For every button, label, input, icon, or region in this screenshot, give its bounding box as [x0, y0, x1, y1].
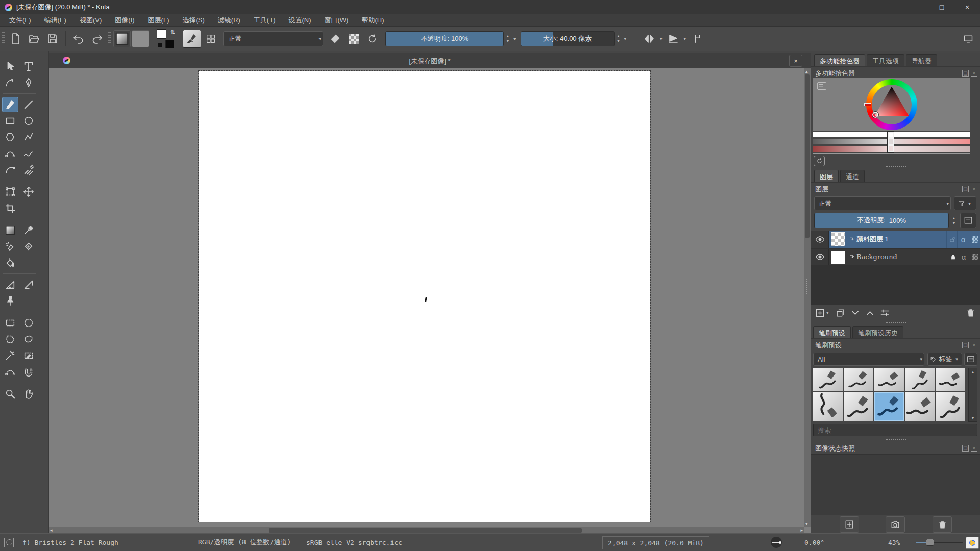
hue-ring[interactable] [866, 79, 917, 130]
save-button[interactable] [44, 30, 61, 47]
layer-alpha-lock-icon[interactable]: α [958, 249, 969, 265]
tool-colorize-mask[interactable] [2, 239, 18, 254]
size-spinner[interactable]: ▲ ▼ [615, 34, 623, 43]
spin-up-icon[interactable]: ▲ [506, 34, 510, 38]
close-docker-icon[interactable]: × [971, 70, 977, 77]
reload-preset-button[interactable] [363, 30, 381, 47]
zoom-slider-handle[interactable] [926, 539, 934, 546]
menu-item-filter[interactable]: 滤镜(R) [212, 15, 247, 26]
preset-filter-dropdown[interactable]: All ▾ [813, 353, 924, 366]
color-selector-settings-icon[interactable] [817, 82, 826, 90]
eraser-mode-button[interactable] [327, 30, 344, 47]
vertical-mirror-options-icon[interactable]: ▾ [684, 36, 687, 41]
move-layer-up-button[interactable] [865, 308, 875, 318]
tool-rectangular-select[interactable] [2, 315, 18, 331]
move-layer-down-button[interactable] [850, 308, 860, 318]
layer-row-paint-layer-1[interactable]: 颜料图层 1 α [811, 231, 980, 248]
layer-visibility-toggle[interactable] [811, 249, 829, 265]
tool-line[interactable] [20, 97, 37, 112]
menu-item-view[interactable]: 视图(V) [74, 15, 108, 26]
vertical-scrollbar[interactable]: ▴ ▾ [804, 68, 811, 527]
tool-freehand-select[interactable] [20, 332, 37, 347]
layer-inherit-alpha-icon[interactable] [969, 231, 980, 248]
layer-name[interactable]: Background [856, 249, 948, 265]
tool-text[interactable] [20, 59, 37, 74]
color-slider-lightness[interactable] [813, 132, 970, 137]
float-docker-icon[interactable]: ❏ [962, 186, 969, 192]
spin-up-icon[interactable]: ▲ [617, 34, 620, 38]
brush-preset-3[interactable] [874, 368, 904, 391]
tool-bezier-curve[interactable] [2, 146, 18, 161]
menu-item-layer[interactable]: 图层(L) [142, 15, 176, 26]
slider-handle[interactable] [888, 132, 894, 138]
spin-down-icon[interactable]: ▼ [506, 39, 510, 43]
color-slider-value[interactable] [813, 146, 970, 152]
horizontal-scrollbar[interactable]: ◂ ▸ [49, 527, 804, 533]
menu-item-image[interactable]: 图像(I) [109, 15, 140, 26]
menu-item-window[interactable]: 窗口(W) [318, 15, 355, 26]
tab-brush-preset-history[interactable]: 笔刷预设历史 [852, 326, 903, 339]
tool-assistants[interactable] [20, 277, 37, 292]
minimize-button[interactable]: – [903, 0, 929, 14]
menu-item-file[interactable]: 文件(F) [3, 15, 37, 26]
slider-handle[interactable] [888, 145, 894, 152]
document-canvas[interactable] [199, 71, 650, 522]
layer-visibility-toggle[interactable] [811, 231, 829, 248]
chevron-down-icon[interactable]: ▾ [826, 310, 829, 315]
alpha-lock-button[interactable] [345, 30, 362, 47]
rotation-dial-icon[interactable] [771, 534, 782, 551]
menu-item-select[interactable]: 选择(S) [176, 15, 210, 26]
tab-channels[interactable]: 通道 [840, 170, 865, 183]
layer-filter-button[interactable]: ▾ [954, 196, 976, 210]
tool-elliptical-select[interactable] [20, 315, 37, 331]
docker-resize-handle[interactable] [886, 439, 906, 440]
tool-zoom[interactable] [2, 386, 18, 402]
scroll-up-icon[interactable]: ▴ [969, 369, 977, 374]
undo-button[interactable] [70, 30, 87, 47]
brush-preset-9[interactable] [905, 392, 935, 421]
tool-color-sampler[interactable] [20, 222, 37, 238]
layer-thumbnail[interactable] [829, 249, 847, 265]
tool-multibrush[interactable] [20, 162, 37, 178]
tool-measure[interactable] [2, 277, 18, 292]
rotation-angle-value[interactable]: 0.00° [804, 534, 824, 551]
layer-lock-icon[interactable] [948, 249, 958, 265]
remove-snapshot-button[interactable] [933, 516, 952, 533]
close-docker-icon[interactable]: × [971, 342, 977, 348]
color-slider-saturation[interactable] [813, 139, 970, 144]
scroll-up-icon[interactable]: ▴ [805, 68, 808, 74]
layer-name[interactable]: 颜料图层 1 [856, 231, 946, 248]
brush-preset-8-selected[interactable] [874, 392, 904, 421]
float-docker-icon[interactable]: ❏ [962, 445, 969, 452]
delete-layer-button[interactable] [966, 308, 975, 317]
tool-fill[interactable] [2, 255, 18, 270]
docker-splitter-handle[interactable] [806, 279, 807, 294]
menu-item-tools[interactable]: 工具(T) [248, 15, 282, 26]
vertical-mirror-button[interactable] [665, 30, 682, 47]
pattern-chooser-button[interactable] [132, 30, 149, 47]
tool-select-shapes[interactable] [2, 59, 18, 74]
tab-brush-presets[interactable]: 笔刷预设 [813, 326, 851, 339]
layer-thumbnail[interactable] [829, 231, 847, 248]
tool-move[interactable] [20, 184, 37, 199]
tool-similar-color-select[interactable] [20, 348, 37, 363]
tab-navigator[interactable]: 导航器 [906, 54, 937, 67]
menu-item-settings[interactable]: 设置(N) [282, 15, 317, 26]
wrap-around-mode-button[interactable] [688, 30, 705, 47]
close-docker-icon[interactable]: × [971, 186, 977, 192]
layer-opacity-slider[interactable]: 不透明度: 100% [814, 213, 949, 228]
tab-advanced-color-selector[interactable]: 多功能拾色器 [814, 54, 865, 67]
layer-opacity-spinner[interactable]: ▲ ▼ [950, 213, 958, 228]
layer-row-background[interactable]: Background α [811, 249, 980, 265]
preset-search-input[interactable] [813, 424, 977, 436]
tool-freehand-brush[interactable] [2, 97, 18, 112]
brush-preset-1[interactable] [813, 368, 843, 391]
scroll-down-icon[interactable]: ▾ [805, 521, 808, 527]
spin-up-icon[interactable]: ▲ [952, 216, 956, 220]
zoom-slider[interactable] [916, 534, 963, 551]
tool-calligraphy[interactable] [20, 75, 37, 90]
brush-editor-button[interactable] [183, 30, 201, 48]
tool-crop[interactable] [2, 201, 18, 216]
float-docker-icon[interactable]: ❏ [962, 342, 969, 348]
menu-item-edit[interactable]: 编辑(E) [38, 15, 72, 26]
